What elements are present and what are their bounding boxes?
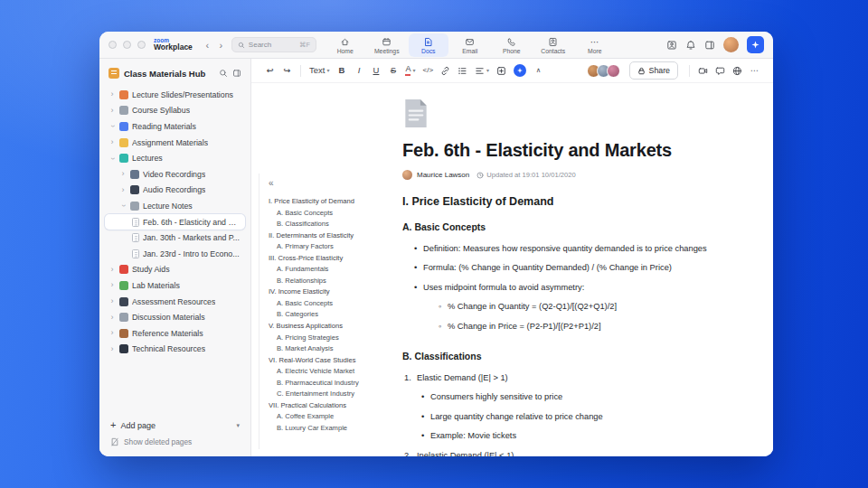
undo-button[interactable]: ↩ [262,62,278,80]
underline-button[interactable]: U [368,62,383,80]
sidebar-item-discussion-materials[interactable]: › Discussion Materials [105,309,245,325]
bullet-item[interactable]: Definition: Measures how responsive quan… [402,244,751,254]
show-deleted-pages-button[interactable]: Show deleted pages [110,437,240,446]
ai-assist-button[interactable] [514,64,526,77]
chevron-right-icon[interactable]: › [108,329,116,337]
outline-item[interactable]: IV. Income Elasticity [269,286,385,298]
sidebar-item-feb-6th-note[interactable]: Feb. 6th - Elasticity and M... [105,214,245,230]
tab-phone[interactable]: Phone [492,33,532,57]
outline-item[interactable]: A. Primary Factors [269,241,385,253]
chevron-right-icon[interactable]: › [108,345,116,353]
sidebar-item-lecture-slides[interactable]: › Lecture Slides/Presentations [105,87,245,103]
sidebar-item-lecture-notes[interactable]: › Lecture Notes [105,198,245,214]
chevron-right-icon[interactable]: › [119,186,127,194]
outline-item[interactable]: B. Luxury Car Example [269,423,385,435]
section-heading[interactable]: I. Price Elasticity of Demand [402,195,751,208]
chevron-right-icon[interactable]: › [108,107,116,115]
share-button[interactable]: Share [629,61,678,80]
code-button[interactable]: </> [420,62,436,80]
close-window-button[interactable] [108,41,117,49]
strikethrough-button[interactable]: S [385,62,401,80]
bullet-item[interactable]: Formula: (% Change in Quantity Demanded)… [402,263,751,273]
outline-item[interactable]: III. Cross-Price Elasticity [269,253,385,265]
sidebar-search-icon[interactable] [219,69,228,78]
chevron-down-icon[interactable]: › [119,202,127,210]
collapse-toolbar-button[interactable]: ∧ [531,62,546,80]
sidebar-panel-icon[interactable] [232,69,241,78]
numbered-item[interactable]: 1. Elastic Demand (|E| > 1) [402,373,751,383]
chevron-down-icon[interactable]: › [108,155,117,162]
more-options-button[interactable]: ⋯ [747,62,762,80]
bullet-item[interactable]: Large quantity change relative to price … [402,412,751,422]
outline-item[interactable]: A. Basic Concepts [269,298,385,310]
bulleted-list-button[interactable] [455,62,470,80]
tab-contacts[interactable]: Contacts [533,33,573,57]
sidebar-item-video-recordings[interactable]: › Video Recordings [105,166,245,183]
sidebar-item-assignment-materials[interactable]: › Assignment Materials [105,135,245,151]
sidebar-item-lab-materials[interactable]: › Lab Materials [105,277,245,294]
chevron-right-icon[interactable]: › [108,297,116,305]
add-page-button[interactable]: + Add page ▾ [110,420,240,430]
sidebar-item-study-aids[interactable]: › Study Aids [105,262,245,278]
tab-email[interactable]: Email [450,33,490,57]
ai-companion-button[interactable] [747,36,764,53]
subsection-heading[interactable]: B. Classifications [402,351,751,361]
tab-more[interactable]: ⋯ More [575,33,615,57]
outline-item[interactable]: V. Business Applications [269,321,385,333]
sidebar-item-jan-30th-note[interactable]: Jan. 30th - Markets and P... [105,230,245,246]
italic-button[interactable]: I [351,62,366,80]
outline-item[interactable]: C. Entertainment Industry [269,389,385,400]
outline-item[interactable]: B. Market Analysis [269,343,385,355]
outline-item[interactable]: B. Relationships [269,276,385,287]
chevron-right-icon[interactable]: › [108,314,116,322]
link-button[interactable] [438,62,453,80]
tab-home[interactable]: Home [326,33,365,57]
document-title[interactable]: Feb. 6th - Elasticity and Markets [402,140,751,161]
chevron-right-icon[interactable]: › [108,90,116,99]
sub-bullet-item[interactable]: % Change in Price = (P2-P1)/[(P2+P1)/2] [402,322,751,332]
translate-button[interactable] [730,62,745,80]
sidebar-item-technical-resources[interactable]: › Technical Resources [105,342,245,358]
sidebar-item-course-syllabus[interactable]: › Course Syllabus [105,103,245,119]
numbered-item[interactable]: 2. Inelastic Demand (|E| < 1) [402,451,751,456]
sidebar-item-reading-materials[interactable]: › Reading Materials [105,118,245,135]
bullet-item[interactable]: Example: Movie tickets [402,431,751,441]
bullet-item[interactable]: Uses midpoint formula to avoid asymmetry… [402,283,751,293]
subsection-heading[interactable]: A. Basic Concepts [402,221,751,232]
forward-button[interactable]: › [214,38,228,52]
outline-item[interactable]: VI. Real-World Case Studies [269,355,385,367]
outline-item[interactable]: B. Classifications [269,219,385,230]
back-button[interactable]: ‹ [201,38,214,52]
chevron-right-icon[interactable]: › [108,281,116,289]
add-page-chevron-icon[interactable]: ▾ [236,422,240,429]
tab-docs[interactable]: Docs [409,33,448,57]
outline-item[interactable]: A. Coffee Example [269,411,385,423]
chevron-right-icon[interactable]: › [108,138,116,146]
sidebar-item-audio-recordings[interactable]: › Audio Recordings [105,183,245,199]
insert-block-button[interactable] [494,62,509,80]
redo-button[interactable]: ↪ [279,62,295,80]
bold-button[interactable]: B [334,62,349,80]
global-search-input[interactable]: Search ⌘F [231,37,316,52]
bell-icon[interactable] [685,40,696,51]
user-avatar[interactable] [723,37,739,52]
sidebar-item-jan-23rd-note[interactable]: Jan. 23rd - Intro to Econo... [105,246,245,262]
profile-card-icon[interactable] [666,40,677,51]
outline-item[interactable]: A. Fundamentals [269,264,385,276]
sidebar-item-assessment-resources[interactable]: › Assessment Resources [105,294,245,310]
bullet-item[interactable]: Consumers highly sensitive to price [402,392,751,402]
minimize-window-button[interactable] [123,41,131,49]
align-button[interactable]: ▾ [472,62,492,80]
collapse-outline-button[interactable]: « [269,179,274,188]
outline-item[interactable]: II. Determinants of Elasticity [269,230,385,242]
outline-item[interactable]: B. Pharmaceutical Industry [269,378,385,389]
outline-item[interactable]: B. Categories [269,309,385,321]
outline-item[interactable]: A. Basic Concepts [269,208,385,220]
outline-item[interactable]: I. Price Elasticity of Demand [269,196,385,208]
document-cover-icon[interactable] [402,98,429,133]
sub-bullet-item[interactable]: % Change in Quantity = (Q2-Q1)/[(Q2+Q1)/… [402,302,751,312]
sidebar-item-lectures[interactable]: › Lectures [105,150,245,166]
start-video-button[interactable] [695,62,711,80]
text-style-dropdown[interactable]: Text ▾ [307,62,332,80]
font-color-button[interactable]: A ▾ [402,62,418,80]
